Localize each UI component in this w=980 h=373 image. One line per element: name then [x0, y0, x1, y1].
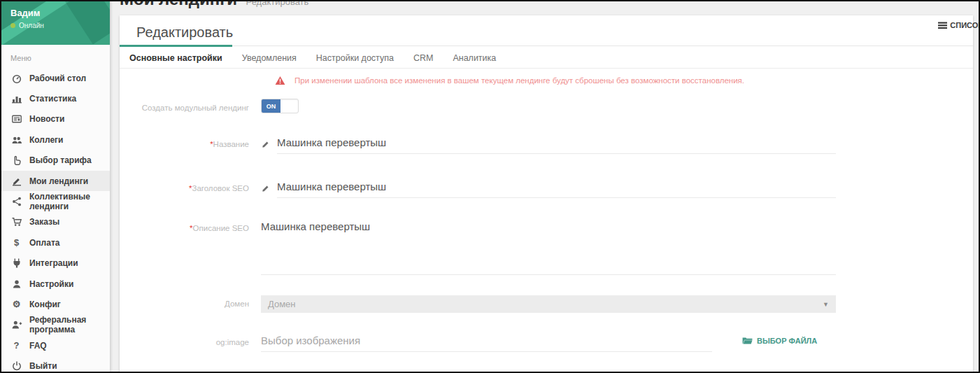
edit-pencil-icon	[261, 183, 271, 193]
sidebar: Вадим Онлайн Меню Рабочий стол Статистик…	[1, 1, 110, 372]
page-subtitle-text: Редактировать	[246, 0, 309, 7]
seo-title-label-text: Заголовок SEO	[192, 184, 249, 192]
domain-label: Домен	[120, 295, 261, 309]
seo-description-row: *Описание SEO Машинка перевертыш	[120, 219, 973, 275]
tab-bar: Основные настройки Уведомления Настройки…	[120, 45, 973, 69]
sidebar-item-my-landings[interactable]: Мои лендинги	[1, 171, 110, 191]
toggle-on-segment: ON	[262, 99, 280, 113]
edit-pencil-icon	[261, 139, 271, 149]
pencil-icon	[10, 176, 22, 187]
sidebar-item-label: Заказы	[29, 217, 59, 227]
page-title-text: Мои лендинги	[120, 0, 237, 8]
user-icon	[10, 279, 22, 290]
sidebar-item-settings[interactable]: Настройки	[1, 274, 110, 294]
name-label-text: Название	[213, 140, 249, 148]
list-button-label: список	[950, 21, 980, 29]
module-landing-row: Создать модульный лендинг ON	[120, 99, 973, 113]
sidebar-item-integrations[interactable]: Интеграции	[1, 253, 110, 274]
warning-text: При изменении шаблона все изменения в ва…	[294, 76, 744, 85]
warning-banner: При изменении шаблона все изменения в ва…	[275, 76, 973, 85]
sidebar-item-label: Конфиг	[29, 300, 61, 309]
name-label: *Название	[120, 135, 261, 150]
list-icon	[938, 22, 947, 29]
sidebar-item-label: Реферальная программа	[29, 315, 101, 335]
cart-icon	[10, 216, 22, 227]
sidebar-item-label: Оплата	[29, 238, 59, 248]
og-image-row: og:image ВЫБОР ФАЙЛА	[120, 333, 973, 352]
sidebar-item-label: Статистика	[29, 94, 76, 104]
domain-select[interactable]: Домен ▼	[261, 295, 836, 313]
tab-crm[interactable]: CRM	[404, 47, 443, 68]
warning-icon	[275, 76, 285, 85]
sidebar-item-label: Коллеги	[29, 135, 64, 145]
users-icon	[10, 134, 22, 146]
newspaper-icon	[10, 113, 22, 125]
sidebar-item-colleagues[interactable]: Коллеги	[1, 129, 110, 150]
sidebar-item-collective-landings[interactable]: Коллективные лендинги	[1, 191, 110, 211]
user-status-label: Онлайн	[19, 22, 44, 29]
sidebar-item-label: Рабочий стол	[29, 73, 86, 83]
menu-section-label: Меню	[10, 54, 101, 62]
main-area: Мои лендинги Редактировать Редактировать…	[111, 1, 979, 372]
question-icon: ?	[10, 340, 22, 351]
og-image-input[interactable]	[261, 333, 712, 352]
user-plus-icon	[10, 319, 22, 330]
sidebar-user-panel: Вадим Онлайн	[1, 1, 110, 45]
tab-content: При изменении шаблона все изменения в ва…	[120, 69, 973, 373]
seo-title-label: *Заголовок SEO	[120, 179, 261, 194]
edit-card: Редактировать список Основные настройки …	[120, 15, 973, 373]
sidebar-item-payment[interactable]: $ Оплата	[1, 232, 110, 253]
plug-icon	[10, 258, 22, 269]
sidebar-item-tariff[interactable]: Выбор тарифа	[1, 150, 110, 171]
sidebar-item-label: Выйти	[29, 361, 57, 371]
choose-file-label: ВЫБОР ФАЙЛА	[757, 337, 817, 345]
list-button[interactable]: список	[938, 21, 980, 29]
sidebar-item-statistics[interactable]: Статистика	[1, 88, 110, 108]
app-window: Вадим Онлайн Меню Рабочий стол Статистик…	[0, 0, 980, 373]
share-icon	[10, 196, 22, 207]
tab-main-settings[interactable]: Основные настройки	[120, 47, 232, 68]
sidebar-item-label: Мои лендинги	[29, 176, 88, 186]
hand-pointer-icon	[10, 155, 22, 166]
choose-file-button[interactable]: ВЫБОР ФАЙЛА	[742, 337, 817, 345]
sidebar-item-label: Настройки	[29, 279, 73, 289]
tab-notifications[interactable]: Уведомления	[232, 47, 306, 68]
chevron-down-icon: ▼	[823, 301, 829, 308]
name-input[interactable]	[277, 135, 836, 154]
module-landing-label: Создать модульный лендинг	[120, 99, 261, 113]
sidebar-item-label: Выбор тарифа	[29, 155, 92, 165]
seo-description-label-text: Описание SEO	[193, 224, 249, 232]
online-status-icon	[10, 23, 15, 28]
sidebar-item-orders[interactable]: Заказы	[1, 212, 110, 232]
sidebar-item-logout[interactable]: Выйти	[1, 356, 110, 373]
domain-select-placeholder: Домен	[268, 299, 296, 309]
module-landing-toggle[interactable]: ON	[261, 99, 299, 113]
sidebar-item-faq[interactable]: ? FAQ	[1, 335, 110, 356]
user-status: Онлайн	[10, 22, 44, 29]
name-row: *Название	[120, 135, 973, 154]
sidebar-item-config[interactable]: ⚙ Конфиг	[1, 294, 110, 314]
dashboard-icon	[10, 73, 22, 84]
sidebar-item-referral[interactable]: Реферальная программа	[1, 315, 110, 335]
power-icon	[10, 360, 22, 372]
sidebar-item-label: FAQ	[29, 341, 47, 351]
domain-row: Домен Домен ▼	[120, 295, 973, 313]
og-image-label: og:image	[120, 333, 261, 348]
sidebar-item-label: Новости	[29, 114, 64, 124]
sidebar-item-news[interactable]: Новости	[1, 109, 110, 129]
tab-access-settings[interactable]: Настройки доступа	[306, 47, 404, 68]
card-title: Редактировать	[136, 24, 233, 41]
page-title: Мои лендинги Редактировать	[120, 0, 308, 9]
folder-icon	[742, 337, 753, 345]
sidebar-item-dashboard[interactable]: Рабочий стол	[1, 68, 110, 88]
seo-description-label: *Описание SEO	[120, 219, 261, 234]
seo-title-row: *Заголовок SEO	[120, 179, 973, 198]
tab-analytics[interactable]: Аналитика	[443, 47, 506, 68]
seo-description-textarea[interactable]: Машинка перевертыш	[261, 219, 836, 275]
cogs-icon: ⚙	[10, 299, 22, 309]
bar-chart-icon	[10, 93, 22, 104]
sidebar-item-label: Интеграции	[29, 258, 78, 268]
seo-title-input[interactable]	[277, 179, 836, 198]
sidebar-item-label: Коллективные лендинги	[29, 192, 101, 211]
user-name: Вадим	[10, 8, 40, 18]
